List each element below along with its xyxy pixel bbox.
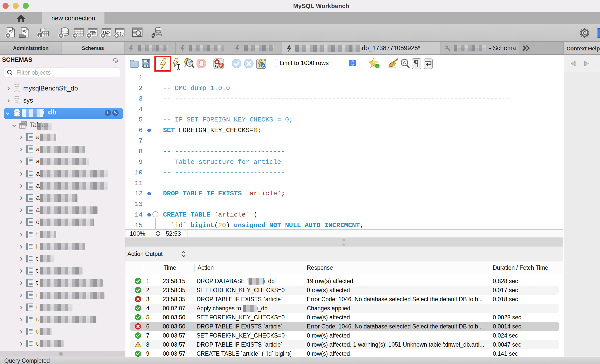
svg-text:SQL: SQL [22,29,29,33]
svg-text:A: A [403,60,406,65]
svg-text:SQL: SQL [8,29,14,33]
svg-text:i: i [39,33,40,38]
